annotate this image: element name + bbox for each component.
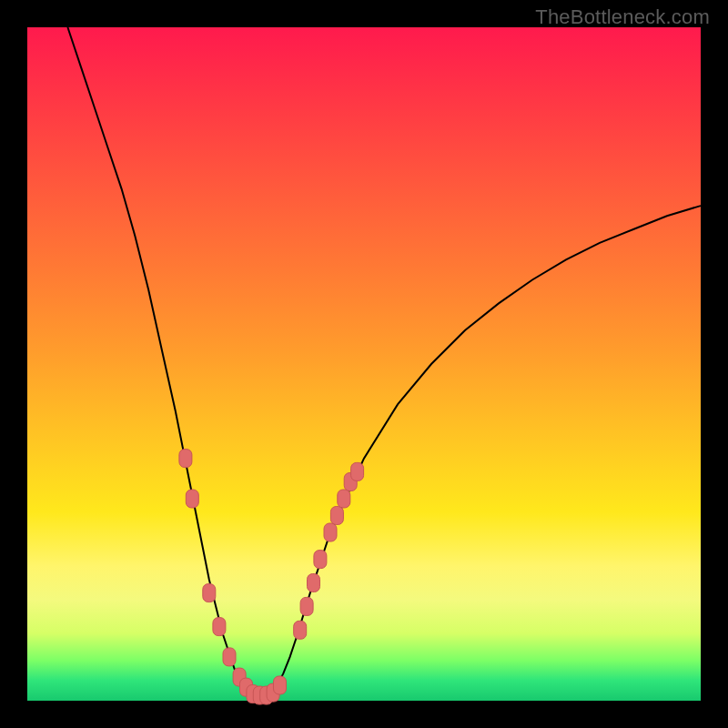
highlight-marker — [314, 551, 327, 569]
highlight-marker — [308, 574, 320, 592]
highlight-marker — [274, 676, 287, 694]
highlight-marker — [294, 621, 307, 639]
highlight-marker — [186, 490, 198, 508]
highlight-markers-group — [179, 450, 364, 704]
highlight-marker — [324, 523, 337, 541]
highlight-marker — [338, 490, 350, 508]
chart-frame: TheBottleneck.com — [0, 0, 728, 728]
highlight-marker — [351, 462, 364, 480]
highlight-marker — [203, 584, 216, 602]
highlight-marker — [179, 450, 192, 468]
highlight-marker — [300, 597, 313, 615]
highlight-marker — [223, 648, 236, 666]
plot-svg — [27, 27, 701, 701]
bottleneck-curve — [67, 27, 701, 695]
watermark-label: TheBottleneck.com — [535, 5, 710, 29]
highlight-marker — [330, 507, 343, 525]
plot-area — [27, 27, 701, 701]
highlight-marker — [213, 618, 226, 636]
